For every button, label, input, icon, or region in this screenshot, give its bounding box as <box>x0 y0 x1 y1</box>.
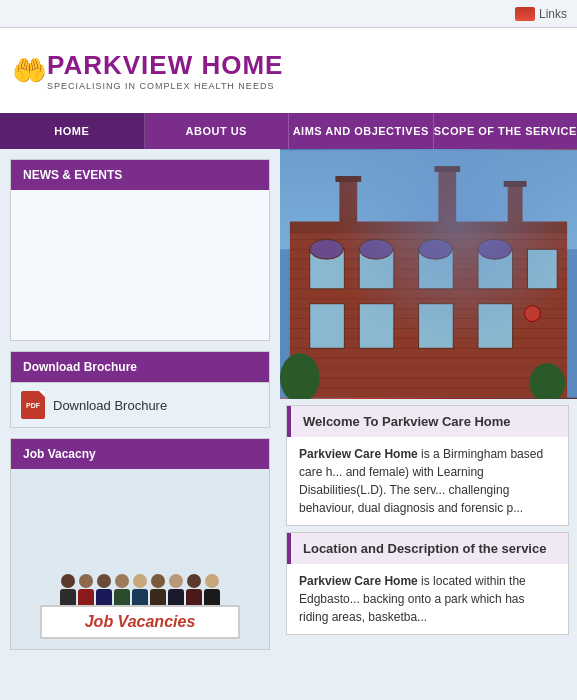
links-area[interactable]: Links <box>515 7 567 21</box>
nav-item-aims[interactable]: AIMS AND OBJECTIVES <box>289 113 434 149</box>
job-image-area: Job Vacancies <box>11 469 269 649</box>
download-header: Download Brochure <box>11 352 269 382</box>
left-column: NEWS & EVENTS Download Brochure PDF Down… <box>0 149 280 660</box>
nav-item-scope[interactable]: SCOPE OF THE SERVICE <box>434 113 578 149</box>
nav-item-home[interactable]: HOME <box>0 113 145 149</box>
link-icon <box>515 7 535 21</box>
logo-area: 🤲 PARKVIEW HOME SPECIALISING IN COMPLEX … <box>12 50 283 91</box>
main-nav: HOME ABOUT US AIMS AND OBJECTIVES SCOPE … <box>0 113 577 149</box>
top-bar: Links <box>0 0 577 28</box>
nav-item-about[interactable]: ABOUT US <box>145 113 290 149</box>
pdf-icon: PDF <box>21 391 45 419</box>
news-events-body <box>11 190 269 340</box>
welcome-heading: Welcome To Parkview Care Home <box>287 406 568 437</box>
job-vacancies-banner: Job Vacancies <box>40 605 240 639</box>
job-header: Job Vacacny <box>11 439 269 469</box>
download-brochure-link[interactable]: Download Brochure <box>53 398 167 413</box>
building-image <box>280 149 577 399</box>
main-content: NEWS & EVENTS Download Brochure PDF Down… <box>0 149 577 660</box>
location-section: Location and Description of the service … <box>286 532 569 635</box>
news-events-box: NEWS & EVENTS <box>10 159 270 341</box>
welcome-body: Parkview Care Home is a Birmingham based… <box>287 437 568 525</box>
job-vacancy-box: Job Vacacny <box>10 438 270 650</box>
logo-title: PARKVIEW HOME <box>47 50 283 81</box>
logo-text: PARKVIEW HOME SPECIALISING IN COMPLEX HE… <box>47 50 283 91</box>
right-column: Welcome To Parkview Care Home Parkview C… <box>280 149 577 660</box>
job-vacancies-text: Job Vacancies <box>85 613 196 631</box>
logo-subtitle: SPECIALISING IN COMPLEX HEALTH NEEDS <box>47 81 283 91</box>
download-box: Download Brochure PDF Download Brochure <box>10 351 270 428</box>
location-body: Parkview Care Home is located within the… <box>287 564 568 634</box>
links-label[interactable]: Links <box>539 7 567 21</box>
header: 🤲 PARKVIEW HOME SPECIALISING IN COMPLEX … <box>0 28 577 113</box>
left-hands-icon: 🤲 <box>12 54 47 87</box>
news-events-header: NEWS & EVENTS <box>11 160 269 190</box>
location-heading: Location and Description of the service <box>287 533 568 564</box>
welcome-intro: Parkview Care Home <box>299 447 418 461</box>
location-intro: Parkview Care Home <box>299 574 418 588</box>
welcome-section: Welcome To Parkview Care Home Parkview C… <box>286 405 569 526</box>
building-overlay <box>280 149 577 399</box>
download-body[interactable]: PDF Download Brochure <box>11 382 269 427</box>
